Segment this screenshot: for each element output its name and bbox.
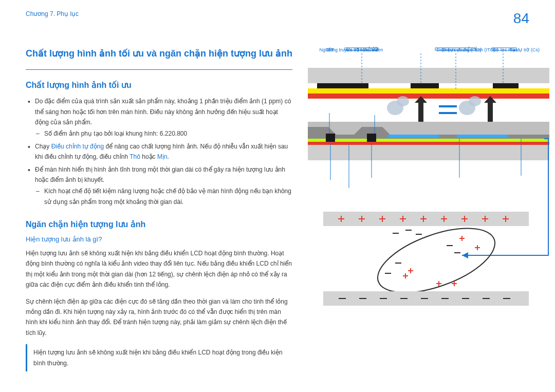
right-column: Ma trận điểm đen Điện cực chung (ITO) Bộ…	[308, 47, 549, 371]
lcd-diagram: Ma trận điểm đen Điện cực chung (ITO) Bộ…	[308, 47, 549, 314]
text: Chạy	[35, 143, 51, 150]
paragraph: Sự chênh lệch điện áp giữa các điện cực …	[26, 296, 292, 339]
main-title: Chất lượng hình ảnh tối ưu và ngăn chặn …	[26, 47, 292, 70]
section2-subtitle: Hiện tượng lưu ảnh là gì?	[26, 235, 292, 243]
section1-title: Chất lượng hình ảnh tối ưu	[26, 80, 292, 90]
note-text: Hiện tượng lưu ảnh sẽ không xuất hiện kh…	[33, 347, 292, 368]
svg-rect-16	[367, 134, 376, 142]
link-auto-adjust[interactable]: Điều chỉnh tự động	[51, 143, 104, 150]
link-fine[interactable]: Mịn	[157, 153, 168, 160]
svg-rect-0	[308, 68, 549, 83]
content-columns: Chất lượng hình ảnh tối ưu và ngăn chặn …	[26, 47, 529, 371]
svg-rect-15	[326, 134, 335, 142]
svg-rect-1	[317, 83, 368, 88]
page-header: Chương 7. Phụ lục 84	[26, 10, 529, 27]
page: Chương 7. Phụ lục 84 Chất lượng hình ảnh…	[0, 0, 555, 392]
svg-marker-31	[462, 252, 468, 258]
diagram-svg	[308, 47, 549, 314]
list-item: Để màn hình hiển thị hình ảnh tĩnh trong…	[26, 164, 292, 208]
svg-rect-18	[457, 135, 508, 138]
bullet-text: Do đặc điểm của quá trình sản xuất sản p…	[35, 98, 291, 126]
section2-title: Ngăn chặn hiện tượng lưu ảnh	[26, 219, 292, 229]
svg-rect-2	[411, 83, 439, 88]
dash-item: Kích hoạt chế độ tiết kiệm năng lượng ho…	[35, 186, 292, 207]
link-coarse[interactable]: Thô	[130, 153, 140, 160]
text: hoặc	[140, 153, 157, 160]
list-item: Do đặc điểm của quá trình sản xuất sản p…	[26, 96, 292, 139]
svg-rect-17	[387, 135, 439, 138]
svg-rect-19	[308, 145, 549, 160]
chapter-label: Chương 7. Phụ lục	[26, 10, 79, 17]
text: .	[168, 153, 169, 160]
paragraph: Hiện tượng lưu ảnh sẽ không xuất hiện kh…	[26, 248, 292, 290]
section1-list: Do đặc điểm của quá trình sản xuất sản p…	[26, 96, 292, 207]
svg-point-7	[397, 96, 409, 106]
bullet-text: Để màn hình hiển thị hình ảnh tĩnh trong…	[35, 166, 285, 183]
svg-rect-5	[308, 94, 549, 99]
dash-item: Số điểm ảnh phụ tạo bởi loại khung hình:…	[35, 128, 292, 139]
svg-rect-13	[308, 139, 549, 142]
svg-rect-3	[493, 83, 519, 88]
list-item: Chạy Điều chỉnh tự động để nâng cao chất…	[26, 141, 292, 162]
note-box: Hiện tượng lưu ảnh sẽ không xuất hiện kh…	[26, 344, 292, 371]
left-column: Chất lượng hình ảnh tối ưu và ngăn chặn …	[26, 47, 292, 371]
svg-rect-14	[308, 142, 549, 145]
page-number: 84	[513, 10, 529, 27]
svg-rect-4	[308, 88, 549, 94]
svg-point-9	[469, 96, 481, 106]
